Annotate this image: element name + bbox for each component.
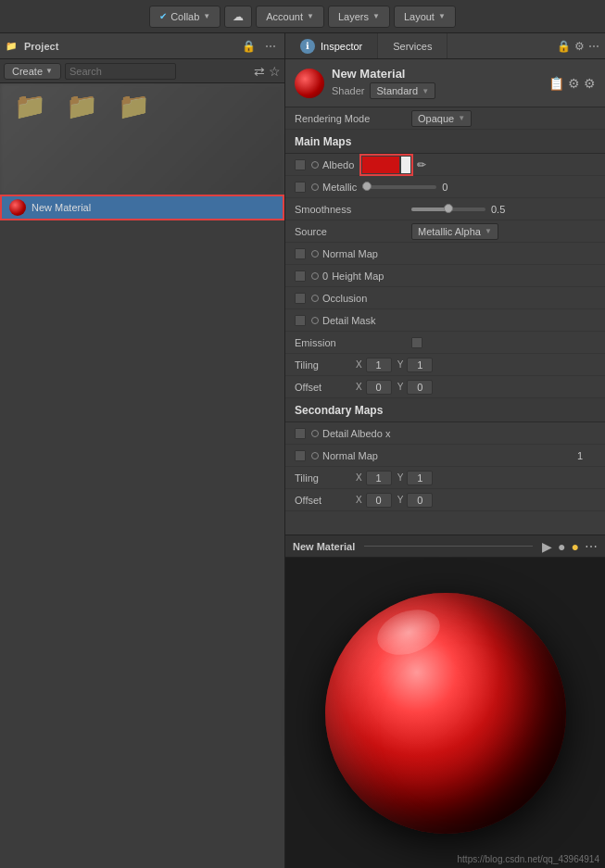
panel-folder-icon: 📁	[6, 41, 17, 51]
sphere-mode-icon[interactable]: ●	[558, 539, 565, 554]
inspector-body: New Material Shader Standard ▼ 📋 ⚙ ⚙	[285, 59, 605, 535]
secondary-normal-map-checkbox[interactable]	[295, 450, 306, 461]
detail-mask-label: Detail Mask	[322, 315, 375, 326]
secondary-offset-y-value[interactable]: 0	[407, 493, 433, 508]
settings-panel-icon[interactable]: ⚙	[574, 40, 585, 53]
offset-x-value[interactable]: 0	[366, 380, 392, 395]
material-header-icons: 📋 ⚙ ⚙	[548, 76, 596, 91]
shader-row: Shader Standard ▼	[332, 82, 541, 99]
offset-x-label: X	[356, 382, 362, 392]
secondary-tiling-y-group: Y 1	[397, 471, 434, 485]
tab-services-label: Services	[393, 41, 432, 52]
metallic-row: Metallic 0	[285, 176, 605, 198]
shader-dropdown[interactable]: Standard ▼	[370, 82, 435, 99]
rendering-mode-dropdown[interactable]: Opaque ▼	[411, 110, 472, 127]
source-dropdown[interactable]: Metallic Alpha ▼	[411, 223, 498, 240]
emission-checkbox[interactable]	[411, 337, 422, 348]
account-button[interactable]: Account ▼	[256, 6, 324, 28]
preview-dots-icon[interactable]: ⋯	[585, 539, 598, 554]
metallic-value: 0	[442, 182, 460, 193]
star-icon[interactable]: ☆	[269, 64, 281, 79]
height-map-row: 0 Height Map	[285, 265, 605, 287]
offset-y-group: Y 0	[397, 380, 434, 395]
project-file-list: New Material	[0, 195, 284, 868]
arrows-icon[interactable]: ⇄	[254, 64, 265, 79]
smoothness-slider[interactable]	[411, 208, 485, 211]
source-value: Metallic Alpha	[418, 226, 481, 237]
height-map-label-group: 0 Height Map	[311, 270, 384, 282]
check-icon: ✔	[159, 11, 167, 21]
secondary-tiling-y-value[interactable]: 1	[407, 471, 433, 485]
secondary-normal-circle-icon	[311, 452, 319, 459]
occlusion-checkbox[interactable]	[295, 293, 306, 304]
dots-panel-icon[interactable]: ⋯	[588, 40, 599, 53]
height-map-circle-icon	[311, 272, 319, 280]
left-panel: 📁 Project 🔒 ⋯ Create ▼ ⇄ ☆ 📁	[0, 33, 285, 868]
collab-button[interactable]: ✔ Collab ▼	[149, 6, 221, 28]
main-maps-label: Main Maps	[295, 135, 351, 148]
preview-title: New Material	[293, 541, 355, 552]
detail-mask-checkbox[interactable]	[295, 315, 306, 326]
lock-icon[interactable]: 🔒	[239, 39, 258, 54]
right-panel: ℹ Inspector Services 🔒 ⚙ ⋯ New Material …	[285, 33, 605, 868]
mat-copy-icon[interactable]: 📋	[548, 76, 564, 91]
create-button[interactable]: Create ▼	[4, 63, 61, 80]
sphere-highlight	[371, 601, 446, 662]
tiling-x-label: X	[356, 359, 362, 370]
new-material-item[interactable]: New Material	[0, 195, 284, 220]
occlusion-label: Occlusion	[322, 293, 367, 304]
offset-label: Offset	[295, 382, 350, 393]
metallic-label: Metallic	[322, 182, 357, 193]
secondary-offset-y-label: Y	[397, 495, 404, 505]
normal-map-label: Normal Map	[322, 248, 378, 259]
albedo-color-picker[interactable]: ✏	[359, 154, 426, 176]
metallic-slider[interactable]	[362, 185, 436, 189]
tiling-label: Tiling	[295, 359, 350, 371]
secondary-tiling-x-value[interactable]: 1	[366, 471, 392, 485]
cloud-button[interactable]: ☁	[224, 6, 252, 28]
dot-icon[interactable]: ●	[572, 539, 579, 554]
layers-button[interactable]: Layers ▼	[328, 6, 390, 28]
project-panel-header: 📁 Project 🔒 ⋯	[0, 33, 284, 59]
mat-more-icon[interactable]: ⚙	[584, 76, 596, 91]
secondary-normal-value: 1	[577, 450, 596, 461]
panel-dots-icon[interactable]: ⋯	[262, 39, 279, 54]
secondary-offset-row: Offset X 0 Y 0	[285, 489, 605, 511]
normal-map-checkbox[interactable]	[295, 248, 306, 259]
create-label: Create	[12, 66, 43, 77]
offset-y-value[interactable]: 0	[407, 380, 433, 395]
rendering-mode-value: Opaque	[418, 113, 454, 124]
tiling-y-value[interactable]: 1	[407, 358, 433, 372]
albedo-white-swatch	[401, 157, 410, 173]
watermark: https://blog.csdn.net/qq_43964914	[458, 854, 599, 864]
albedo-swatch[interactable]	[359, 154, 413, 176]
shader-label: Shader	[332, 85, 364, 96]
tiling-y-label: Y	[397, 359, 404, 370]
preview-icons: ▶ ● ● ⋯	[542, 539, 598, 554]
albedo-checkbox[interactable]	[295, 159, 306, 170]
smoothness-value: 0.5	[491, 204, 510, 215]
metallic-checkbox[interactable]	[295, 182, 306, 193]
tiling-x-value[interactable]: 1	[366, 358, 392, 372]
emission-label: Emission	[295, 337, 406, 348]
source-row: Source Metallic Alpha ▼	[285, 220, 605, 243]
play-icon[interactable]: ▶	[542, 539, 552, 554]
smoothness-slider-row: 0.5	[411, 204, 510, 215]
tab-services[interactable]: Services	[378, 33, 447, 58]
detail-albedo-checkbox[interactable]	[295, 428, 306, 439]
layout-button[interactable]: Layout ▼	[394, 6, 456, 28]
occlusion-row: Occlusion	[285, 287, 605, 309]
project-search-input[interactable]	[65, 63, 176, 80]
mat-settings-icon[interactable]: ⚙	[568, 76, 580, 91]
secondary-offset-x-value[interactable]: 0	[366, 493, 392, 508]
secondary-normal-map-label: Normal Map	[322, 450, 378, 461]
lock-panel-icon[interactable]: 🔒	[557, 40, 571, 53]
folder-icon-3: 📁	[111, 91, 156, 135]
layout-arrow-icon: ▼	[438, 12, 446, 20]
secondary-offset-label: Offset	[295, 495, 350, 506]
height-map-label: Height Map	[332, 270, 384, 282]
pencil-icon[interactable]: ✏	[417, 158, 426, 171]
create-arrow-icon: ▼	[45, 67, 53, 75]
tab-inspector[interactable]: ℹ Inspector	[285, 33, 378, 58]
height-map-checkbox[interactable]	[295, 270, 306, 282]
